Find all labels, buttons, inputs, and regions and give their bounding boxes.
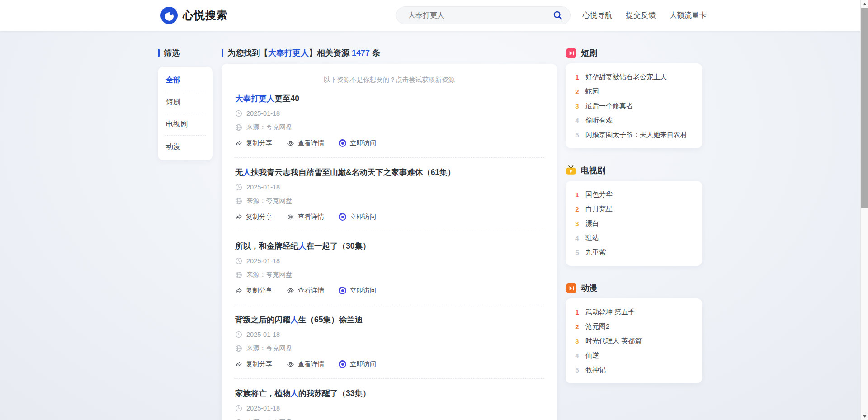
results-section: 为您找到【大奉打更人】相关资源 1477 条 以下资源不是你想要的？点击尝试获取… bbox=[222, 47, 557, 420]
rank-list-item[interactable]: 3 时光代理人 英都篇 bbox=[566, 334, 702, 348]
results-count: 1477 bbox=[352, 48, 370, 57]
filter-item-动漫[interactable]: 动漫 bbox=[158, 136, 213, 158]
rank-list-item[interactable]: 4 偷听有戏 bbox=[566, 113, 702, 127]
rank-list-item[interactable]: 5 九重紫 bbox=[566, 245, 702, 260]
refresh-notice[interactable]: 以下资源不是你想要的？点击尝试获取新资源 bbox=[234, 76, 544, 84]
share-icon bbox=[235, 361, 242, 368]
accent-bar bbox=[158, 49, 160, 57]
rank-list-item[interactable]: 2 白月梵星 bbox=[566, 202, 702, 216]
rank-list-item[interactable]: 3 最后一个修真者 bbox=[566, 99, 702, 113]
view-detail-button[interactable]: 查看详情 bbox=[287, 286, 324, 295]
nav-link-feedback[interactable]: 提交反馈 bbox=[626, 10, 656, 20]
nav-link-navigation[interactable]: 心悦导航 bbox=[583, 10, 613, 20]
rank-list-item[interactable]: 5 牧神记 bbox=[566, 363, 702, 377]
scrollbar-down-arrow-icon[interactable] bbox=[861, 412, 868, 420]
visit-now-label: 立即访问 bbox=[350, 139, 376, 147]
result-title[interactable]: 大奉打更人更至40 bbox=[235, 93, 543, 104]
top-header: 心悦搜索 心悦导航 提交反馈 大额流量卡 bbox=[0, 0, 868, 31]
search-input[interactable] bbox=[407, 11, 551, 20]
short-drama-play-icon bbox=[566, 47, 576, 58]
rank-item-title: 时光代理人 英都篇 bbox=[585, 337, 642, 345]
rank-number: 4 bbox=[575, 117, 580, 124]
result-title[interactable]: 背叛之后的闪耀人生（65集）徐兰迪 bbox=[235, 314, 543, 325]
visit-icon bbox=[339, 287, 346, 294]
visit-now-button[interactable]: 立即访问 bbox=[339, 212, 376, 221]
rank-number: 1 bbox=[575, 73, 580, 81]
rank-item-title: 牧神记 bbox=[585, 366, 606, 374]
filter-card: 全部 短剧 电视剧 动漫 bbox=[158, 67, 213, 160]
clock-icon bbox=[235, 257, 242, 264]
visit-now-button[interactable]: 立即访问 bbox=[339, 286, 376, 295]
result-date-row: 2025-01-18 bbox=[235, 184, 543, 191]
rank-list-item[interactable]: 4 仙逆 bbox=[566, 348, 702, 363]
result-item: 大奉打更人更至40 2025-01-18 来源：夸克网盘 复制分享 bbox=[234, 86, 544, 158]
search-button[interactable] bbox=[551, 9, 565, 22]
result-title[interactable]: 无人扶我青云志我自踏雪至山巅&名动天下之家事难休（61集） bbox=[235, 167, 543, 178]
rank-group-header: 动漫 bbox=[566, 282, 702, 294]
share-icon bbox=[235, 140, 242, 147]
clock-icon bbox=[235, 405, 242, 412]
rank-number: 4 bbox=[575, 234, 580, 242]
filter-header: 筛选 bbox=[158, 47, 213, 59]
copy-share-button[interactable]: 复制分享 bbox=[235, 360, 272, 368]
result-date: 2025-01-18 bbox=[246, 405, 280, 412]
result-date-row: 2025-01-18 bbox=[235, 405, 543, 412]
results-keyword: 大奉打更人 bbox=[268, 48, 309, 57]
rank-list-item[interactable]: 2 沧元图2 bbox=[566, 319, 702, 334]
filter-item-电视剧[interactable]: 电视剧 bbox=[158, 113, 213, 136]
visit-now-button[interactable]: 立即访问 bbox=[339, 139, 376, 147]
scrollbar-thumb[interactable] bbox=[861, 8, 868, 208]
visit-icon bbox=[339, 139, 346, 147]
tv-icon bbox=[566, 165, 576, 176]
copy-share-button[interactable]: 复制分享 bbox=[235, 212, 272, 221]
view-detail-button[interactable]: 查看详情 bbox=[287, 212, 324, 221]
filter-item-全部[interactable]: 全部 bbox=[158, 69, 213, 91]
result-title[interactable]: 所以，和金牌经纪人在一起了（30集） bbox=[235, 241, 543, 251]
rank-list-item[interactable]: 5 闪婚京圈太子爷：夫人她来自农村 bbox=[566, 127, 702, 142]
clock-icon bbox=[235, 184, 242, 191]
globe-icon bbox=[235, 345, 242, 352]
filter-sidebar: 筛选 全部 短剧 电视剧 动漫 bbox=[158, 47, 213, 160]
rank-list-item[interactable]: 1 武动乾坤 第五季 bbox=[566, 305, 702, 319]
results-headline: 为您找到【大奉打更人】相关资源 1477 条 bbox=[227, 47, 380, 58]
brand-logo[interactable]: 心悦搜索 bbox=[160, 6, 228, 24]
rank-list-item[interactable]: 3 漂白 bbox=[566, 216, 702, 231]
filter-item-短剧[interactable]: 短剧 bbox=[158, 91, 213, 113]
result-source: 来源：夸克网盘 bbox=[246, 123, 292, 132]
rank-item-title: 好孕甜妻被钻石老公宠上天 bbox=[585, 73, 667, 81]
result-actions: 复制分享 查看详情 立即访问 bbox=[235, 286, 543, 295]
rank-list-item[interactable]: 1 国色芳华 bbox=[566, 187, 702, 202]
view-detail-button[interactable]: 查看详情 bbox=[287, 139, 324, 147]
result-date-row: 2025-01-18 bbox=[235, 257, 543, 264]
view-detail-label: 查看详情 bbox=[298, 360, 324, 368]
rank-list-item[interactable]: 1 好孕甜妻被钻石老公宠上天 bbox=[566, 70, 702, 84]
rank-item-title: 沧元图2 bbox=[585, 322, 609, 331]
anime-play-icon bbox=[566, 283, 576, 293]
rank-number: 1 bbox=[575, 191, 580, 198]
rank-list-item[interactable]: 2 蛇园 bbox=[566, 84, 702, 99]
scrollbar-up-arrow-icon[interactable] bbox=[861, 0, 868, 8]
visit-now-label: 立即访问 bbox=[350, 286, 376, 295]
globe-icon bbox=[235, 198, 242, 205]
result-source-row: 来源：夸克网盘 bbox=[235, 123, 543, 132]
rank-group-header: 短剧 bbox=[566, 47, 702, 59]
results-card: 以下资源不是你想要的？点击尝试获取新资源 大奉打更人更至40 2025-01-1… bbox=[222, 64, 557, 420]
rank-group: 短剧 1 好孕甜妻被钻石老公宠上天 2 蛇园 3 最后一个修真者 4 偷听有戏 … bbox=[566, 47, 702, 148]
result-date: 2025-01-18 bbox=[246, 331, 280, 338]
rank-group-title: 电视剧 bbox=[581, 165, 605, 176]
eye-icon bbox=[287, 213, 294, 221]
results-headline-suffix: 条 bbox=[370, 48, 380, 57]
rank-list-item[interactable]: 4 驻站 bbox=[566, 231, 702, 245]
result-source-row: 来源：夸克网盘 bbox=[235, 270, 543, 279]
result-actions: 复制分享 查看详情 立即访问 bbox=[235, 139, 543, 147]
copy-share-button[interactable]: 复制分享 bbox=[235, 139, 272, 147]
nav-link-data-card[interactable]: 大额流量卡 bbox=[670, 10, 707, 20]
rank-number: 2 bbox=[575, 88, 580, 95]
view-detail-button[interactable]: 查看详情 bbox=[287, 360, 324, 368]
visit-now-button[interactable]: 立即访问 bbox=[339, 360, 376, 368]
result-title[interactable]: 家族将亡，植物人的我苏醒了（33集） bbox=[235, 388, 543, 399]
eye-icon bbox=[287, 287, 294, 294]
copy-share-button[interactable]: 复制分享 bbox=[235, 286, 272, 295]
rank-number: 2 bbox=[575, 323, 580, 330]
rank-item-title: 九重紫 bbox=[585, 248, 606, 257]
